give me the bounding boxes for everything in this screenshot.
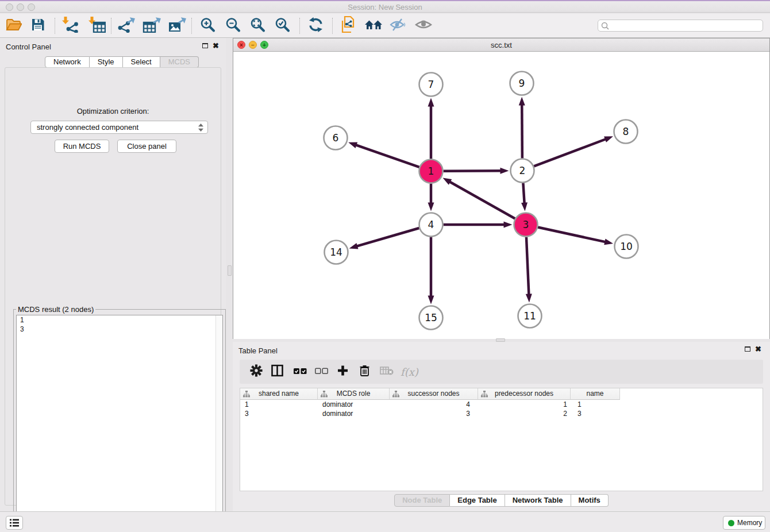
- mcds-result-item[interactable]: 1: [17, 315, 222, 325]
- graph-edge-2-3[interactable]: [523, 183, 525, 206]
- vertical-splitter-handle[interactable]: [228, 265, 232, 276]
- graph-node-14[interactable]: 14: [325, 241, 348, 264]
- control-tab-mcds[interactable]: MCDS: [160, 56, 199, 68]
- open-file-icon[interactable]: [6, 18, 22, 34]
- network-window-titlebar[interactable]: × − + scc.txt: [233, 38, 769, 52]
- zoom-fit-icon[interactable]: [250, 17, 265, 34]
- svg-text:1: 1: [428, 165, 434, 177]
- clone-network-icon[interactable]: [340, 16, 356, 36]
- table-cell: 1: [240, 400, 318, 410]
- table-tab-network-table[interactable]: Network Table: [505, 494, 571, 507]
- column-settings-icon[interactable]: [250, 364, 263, 379]
- graph-node-4[interactable]: 4: [419, 213, 443, 237]
- toolbar-separator: [191, 18, 192, 34]
- graph-node-2[interactable]: 2: [511, 159, 534, 183]
- graph-node-8[interactable]: 8: [614, 120, 638, 144]
- graph-node-3[interactable]: 3: [514, 213, 538, 237]
- column-header-MCDS-role[interactable]: MCDS role: [318, 388, 390, 400]
- export-network-icon[interactable]: [117, 17, 136, 35]
- mcds-result-item[interactable]: 3: [17, 325, 222, 334]
- graph-edge-3-1[interactable]: [447, 180, 515, 218]
- graph-edge-arrowhead: [519, 97, 525, 105]
- svg-text:15: 15: [425, 312, 437, 323]
- column-header-label: predecessor nodes: [495, 390, 553, 398]
- control-tab-network[interactable]: Network: [45, 56, 90, 68]
- search-input[interactable]: [611, 21, 760, 30]
- network-canvas[interactable]: 7968124314101511: [233, 52, 769, 339]
- table-tab-node-table[interactable]: Node Table: [394, 494, 450, 507]
- graph-edge-2-9[interactable]: [522, 102, 522, 158]
- import-table-icon[interactable]: [87, 17, 106, 35]
- preview-icon[interactable]: [415, 18, 432, 33]
- mcds-result-list[interactable]: 13: [16, 315, 223, 530]
- mcds-tab-content: Optimization criterion: strongly connect…: [5, 67, 221, 506]
- unselect-all-icon[interactable]: [315, 367, 328, 377]
- dropdown-stepper-icon: [198, 123, 204, 134]
- close-panel-icon[interactable]: ✖: [213, 43, 219, 49]
- graph-edge-1-2[interactable]: [443, 171, 503, 171]
- main-toolbar: [0, 14, 770, 38]
- delete-column-icon[interactable]: [360, 365, 369, 379]
- graph-node-10[interactable]: 10: [615, 235, 638, 259]
- table-panel-title: Table Panel: [238, 346, 278, 355]
- import-network-icon[interactable]: [61, 17, 79, 35]
- svg-text:6: 6: [333, 132, 339, 144]
- svg-text:8: 8: [623, 126, 629, 137]
- network-graph: 7968124314101511: [233, 52, 769, 339]
- graph-edge-arrowhead: [500, 168, 509, 174]
- graph-node-1[interactable]: 1: [419, 160, 443, 183]
- column-header-shared-name[interactable]: shared name: [240, 388, 318, 400]
- svg-text:3: 3: [523, 219, 529, 230]
- show-hide-icon[interactable]: [390, 18, 406, 34]
- graph-edge-3-10[interactable]: [538, 228, 608, 243]
- graph-node-6[interactable]: 6: [324, 126, 348, 150]
- column-header-predecessor-nodes[interactable]: predecessor nodes: [478, 388, 571, 400]
- select-all-icon[interactable]: [294, 367, 307, 377]
- table-panel-header: Table Panel ✖: [233, 342, 770, 359]
- graph-node-7[interactable]: 7: [419, 73, 443, 97]
- close-panel-button[interactable]: Close panel: [117, 140, 176, 153]
- zoom-out-icon[interactable]: [225, 17, 241, 34]
- control-tab-style[interactable]: Style: [90, 56, 123, 68]
- float-panel-icon[interactable]: [202, 43, 208, 48]
- control-tab-select[interactable]: Select: [123, 56, 160, 68]
- graph-edge-4-14[interactable]: [354, 228, 419, 247]
- criterion-dropdown[interactable]: strongly connected component: [30, 121, 208, 134]
- memory-button-label: Memory: [737, 519, 762, 527]
- column-header-successor-nodes[interactable]: successor nodes: [390, 388, 478, 400]
- graph-node-11[interactable]: 11: [518, 304, 542, 328]
- graph-edge-1-6[interactable]: [353, 144, 419, 167]
- add-column-icon[interactable]: [337, 365, 348, 379]
- node-table: shared nameMCDS rolesuccessor nodesprede…: [240, 388, 763, 491]
- memory-button[interactable]: Memory: [723, 516, 765, 530]
- svg-text:7: 7: [428, 79, 434, 90]
- run-mcds-button[interactable]: Run MCDS: [55, 140, 109, 153]
- graph-edge-3-11[interactable]: [526, 237, 529, 297]
- table-cell: 4: [390, 400, 478, 410]
- table-tab-edge-table[interactable]: Edge Table: [450, 494, 505, 507]
- graph-edge-arrowhead: [428, 296, 434, 304]
- save-session-icon[interactable]: [31, 18, 45, 34]
- graph-node-15[interactable]: 15: [419, 306, 443, 330]
- graph-edge-arrowhead: [604, 136, 613, 142]
- task-history-button[interactable]: [6, 516, 23, 530]
- graph-edge-2-8[interactable]: [534, 138, 608, 166]
- export-image-icon[interactable]: [168, 17, 187, 35]
- zoom-selected-icon[interactable]: [275, 17, 290, 34]
- float-table-panel-icon[interactable]: [745, 346, 750, 352]
- graph-node-9[interactable]: 9: [510, 72, 534, 95]
- close-table-panel-icon[interactable]: ✖: [755, 346, 761, 352]
- refresh-icon[interactable]: [308, 17, 324, 34]
- first-neighbors-icon[interactable]: [364, 18, 383, 34]
- table-mode-icon[interactable]: [271, 365, 283, 379]
- table-cell: 1: [478, 400, 571, 410]
- table-tab-motifs[interactable]: Motifs: [571, 494, 609, 507]
- graph-edge-arrowhead: [442, 178, 452, 185]
- result-scrollbar[interactable]: [215, 315, 222, 530]
- graph-edge-arrowhead: [428, 98, 434, 107]
- column-header-name[interactable]: name: [571, 388, 620, 400]
- zoom-in-icon[interactable]: [200, 17, 215, 34]
- table-row[interactable]: 3dominator323: [240, 410, 763, 419]
- export-table-icon[interactable]: [143, 17, 162, 35]
- table-row[interactable]: 1dominator411: [240, 400, 763, 410]
